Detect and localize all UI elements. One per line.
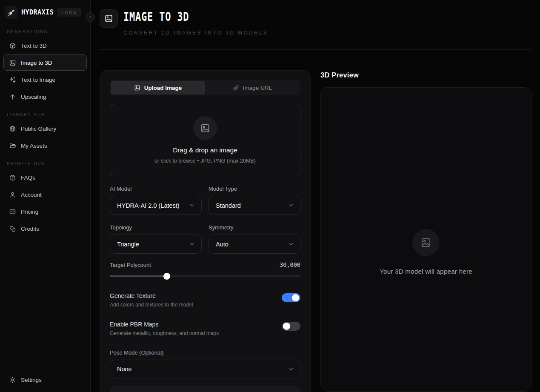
generate-texture-toggle[interactable] — [282, 293, 300, 302]
pose-mode-select[interactable]: None — [110, 360, 300, 378]
tab-upload-image[interactable]: Upload Image — [111, 81, 205, 94]
chevron-down-icon — [288, 202, 294, 209]
symmetry-label: Symmetry — [209, 224, 300, 231]
generate-texture-description: Add colors and textures to the model — [110, 302, 193, 308]
brand-badge: LABS — [57, 8, 81, 17]
preview-panel: Your 3D model will appear here — [320, 87, 531, 392]
section-label-generations: GENERATIONS — [0, 29, 90, 34]
sidebar-collapse-button[interactable] — [86, 12, 95, 22]
page-subtitle: CONVERT 2D IMAGES INTO 3D MODELS — [123, 30, 268, 36]
coins-icon — [9, 225, 16, 232]
user-icon — [9, 191, 16, 198]
section-label-library-hub: LIBRARY HUB — [0, 112, 90, 117]
chevron-down-icon — [189, 241, 195, 247]
enable-pbr-toggle[interactable] — [282, 322, 300, 331]
card-icon — [9, 208, 16, 215]
sidebar-item-label: FAQs — [21, 175, 35, 181]
image-icon — [193, 116, 217, 140]
sidebar-item-label: Upscaling — [21, 94, 46, 100]
sidebar-item-label: Text to 3D — [21, 43, 47, 49]
sparkles-icon — [9, 76, 16, 83]
cube-icon — [9, 42, 16, 49]
sidebar-item-label: Account — [21, 192, 42, 198]
enable-pbr-row: Enable PBR Maps Generate metallic, rough… — [110, 321, 300, 336]
sidebar-item-text-to-image[interactable]: Text to Image — [3, 72, 87, 88]
sidebar-item-account[interactable]: Account — [3, 186, 87, 203]
globe-icon — [9, 125, 16, 132]
page-title: IMAGE TO 3D — [123, 11, 234, 23]
preview-column: 3D Preview Your 3D model will appear her… — [320, 70, 531, 392]
source-tabs: Upload Image Image URL — [110, 80, 300, 95]
sidebar-item-label: Text to Image — [21, 77, 55, 83]
symmetry-select[interactable]: Auto — [209, 235, 300, 254]
chevron-down-icon — [288, 241, 294, 247]
generate-button-partial[interactable] — [110, 386, 300, 392]
generate-texture-row: Generate Texture Add colors and textures… — [110, 292, 300, 308]
page-header-image-icon — [100, 9, 118, 28]
sidebar-item-settings[interactable]: Settings — [3, 372, 87, 388]
sidebar-item-label: Image to 3D — [21, 60, 52, 66]
page-header: IMAGE TO 3D CONVERT 2D IMAGES INTO 3D MO… — [91, 0, 540, 36]
tab-image-url[interactable]: Image URL — [205, 81, 300, 94]
image-dropzone[interactable]: Drag & drop an image or click to browse … — [110, 104, 300, 176]
topology-label: Topology — [110, 224, 202, 231]
preview-title: 3D Preview — [320, 70, 531, 79]
dropzone-subtitle: or click to browse • JPG, PNG (max 20MB) — [154, 158, 256, 164]
target-polycount-group: Target Polycount 30,000 — [110, 261, 300, 279]
sidebar-item-credits[interactable]: Credits — [3, 220, 87, 237]
app-window: HYDRAXIS LABS GENERATIONS Text to 3D Ima… — [0, 0, 540, 392]
help-icon — [9, 174, 16, 181]
section-label-profile-hub: PROFILE HUB — [0, 161, 90, 166]
sidebar-item-label: Public Gallery — [21, 126, 56, 132]
pose-mode-group: Pose Mode (Optional) None — [110, 349, 300, 378]
sidebar: HYDRAXIS LABS GENERATIONS Text to 3D Ima… — [0, 0, 91, 392]
arrow-up-icon — [9, 93, 16, 100]
generate-texture-label: Generate Texture — [110, 292, 193, 299]
target-polycount-value: 30,000 — [280, 261, 300, 268]
ai-model-select[interactable]: HYDRA-AI 2.0 (Latest) — [110, 196, 202, 215]
pose-mode-label: Pose Mode (Optional) — [110, 349, 300, 356]
chevron-down-icon — [288, 366, 294, 372]
sidebar-item-faqs[interactable]: FAQs — [3, 169, 87, 186]
image-icon — [134, 85, 140, 91]
sidebar-item-image-to-3d[interactable]: Image to 3D — [3, 54, 87, 71]
image-icon — [9, 59, 16, 66]
main-area: IMAGE TO 3D CONVERT 2D IMAGES INTO 3D MO… — [91, 0, 540, 392]
sidebar-nav: GENERATIONS Text to 3D Image to 3D Text … — [0, 25, 90, 367]
sidebar-item-upscaling[interactable]: Upscaling — [3, 89, 87, 105]
gear-icon — [9, 376, 16, 383]
chevron-down-icon — [189, 202, 195, 209]
target-polycount-label: Target Polycount — [110, 262, 151, 268]
header-divider — [100, 49, 531, 50]
sidebar-item-label: My Assets — [21, 143, 47, 149]
topology-select[interactable]: Triangle — [110, 235, 202, 254]
slider-thumb[interactable] — [163, 273, 170, 280]
sidebar-item-my-assets[interactable]: My Assets — [3, 137, 87, 154]
enable-pbr-label: Enable PBR Maps — [110, 321, 219, 328]
sidebar-footer: Settings — [0, 367, 90, 392]
sidebar-item-label: Pricing — [21, 209, 38, 215]
sidebar-item-label: Settings — [21, 377, 42, 383]
sidebar-item-pricing[interactable]: Pricing — [3, 203, 87, 220]
model-type-label: Model Type — [209, 186, 300, 192]
image-icon — [412, 229, 440, 256]
enable-pbr-description: Generate metallic, roughness, and normal… — [110, 330, 219, 336]
image-to-3d-form-card: Upload Image Image URL Drag & drop an im… — [100, 70, 311, 392]
sidebar-item-text-to-3d[interactable]: Text to 3D — [3, 37, 87, 54]
brand-logo-icon — [5, 6, 18, 19]
brand-row: HYDRAXIS LABS — [0, 0, 90, 25]
preview-placeholder: Your 3D model will appear here — [380, 268, 472, 275]
brand-name: HYDRAXIS — [21, 9, 54, 16]
dropzone-title: Drag & drop an image — [173, 146, 237, 154]
sidebar-item-public-gallery[interactable]: Public Gallery — [3, 120, 87, 137]
target-polycount-slider[interactable] — [110, 273, 300, 279]
ai-model-label: AI Model — [110, 186, 202, 192]
folder-icon — [9, 142, 16, 149]
link-icon — [233, 85, 239, 91]
sidebar-item-label: Credits — [21, 226, 39, 232]
model-type-select[interactable]: Standard — [209, 196, 300, 215]
